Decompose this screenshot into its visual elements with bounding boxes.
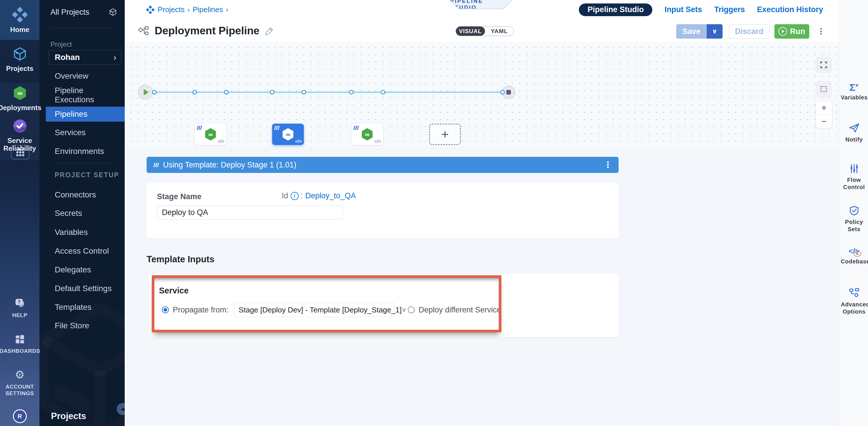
codebase-icon: </> <box>849 247 860 256</box>
top-bar: Projects › Pipelines › PIPELINE STUDIO P… <box>125 0 840 20</box>
sidebar-item-templates[interactable]: Templates <box>39 300 125 315</box>
stage-name-input[interactable] <box>157 205 343 220</box>
visual-yaml-toggle: VISUAL YAML <box>456 26 514 36</box>
toolbar-item-advanced-options[interactable]: Advanced Options <box>840 287 868 315</box>
toolbar-item-policy-sets[interactable]: Policy Sets <box>840 205 868 233</box>
breadcrumb-projects[interactable]: Projects <box>158 5 185 14</box>
rail-item-projects[interactable]: Projects <box>0 46 39 72</box>
run-label: Run <box>790 27 805 36</box>
toolbar-item-label: Notify <box>841 136 867 143</box>
add-stage-button[interactable]: + <box>429 124 461 145</box>
divider <box>49 28 116 28</box>
template-icon <box>154 163 159 167</box>
avatar[interactable]: R <box>13 409 27 423</box>
sidebar-item-file-store[interactable]: File Store <box>39 318 125 333</box>
collapse-arrow-icon: ◀ <box>121 406 125 412</box>
pipeline-start-node[interactable] <box>138 85 153 100</box>
toggle-yaml[interactable]: YAML <box>485 27 514 36</box>
sidebar-item-label: Secrets <box>55 209 82 218</box>
template-menu-kebab[interactable]: ⋮ <box>603 161 612 169</box>
sidebar-item-overview[interactable]: Overview <box>39 68 125 84</box>
discard-button[interactable]: Discard <box>729 24 770 39</box>
toolbar-item-label: Flow Control <box>841 176 867 191</box>
toggle-visual[interactable]: VISUAL <box>456 27 485 36</box>
stage-id-value[interactable]: Deploy_to_QA <box>305 191 356 200</box>
gear-icon: ⚙ <box>15 369 25 380</box>
template-icon <box>197 126 202 130</box>
propagate-from-select[interactable]: Stage [Deploy Dev] - Template [Deploy_St… <box>234 303 395 317</box>
rail-item-help[interactable]: ? HELP <box>0 297 39 318</box>
project-select[interactable]: Rohan › <box>49 50 121 64</box>
zoom-in-button[interactable]: + <box>816 102 832 115</box>
module-rail: Home Projects ∞ Deployments <box>0 0 39 426</box>
toolbar-item-variables[interactable]: Σ× Variables <box>840 81 868 101</box>
flow-control-icon <box>849 163 860 174</box>
sidebar-item-delegates[interactable]: Delegates <box>39 262 125 277</box>
sidebar-collapse-button[interactable]: ◀ <box>117 403 125 415</box>
sidebar-item-services[interactable]: Services <box>39 125 125 140</box>
using-template-banner: Using Template: Deploy Stage 1 (1.01) ⋮ <box>147 157 619 173</box>
stage-config-panel: Using Template: Deploy Stage 1 (1.01) ⋮ … <box>125 148 840 426</box>
connector-port <box>224 90 229 94</box>
toolbar-item-label: Variables <box>841 94 867 101</box>
toolbar-item-notify[interactable]: Notify <box>840 122 868 143</box>
top-tabs: Pipeline Studio Input Sets Triggers Exec… <box>579 0 823 19</box>
connector-port <box>192 90 197 94</box>
id-colon: : <box>301 191 303 200</box>
toolbar-item-label: Codebase <box>841 258 867 265</box>
policy-sets-icon <box>849 205 860 216</box>
toolbar-item-flow-control[interactable]: Flow Control <box>840 163 868 191</box>
zoom-out-button[interactable]: − <box>816 115 832 128</box>
sidebar-item-pipelines[interactable]: Pipelines <box>46 107 125 122</box>
rail-item-profile[interactable]: R <box>0 409 39 423</box>
sidebar-item-variables[interactable]: Variables <box>39 225 125 240</box>
breadcrumb-pipelines[interactable]: Pipelines <box>193 5 223 14</box>
tab-triggers[interactable]: Triggers <box>714 5 745 14</box>
codebase-warning-icon <box>854 251 861 257</box>
project-select-value: Rohan <box>55 53 80 62</box>
sidebar-item-connectors[interactable]: Connectors <box>39 187 125 202</box>
rail-item-deployments[interactable]: ∞ Deployments <box>0 85 39 112</box>
chevron-down-icon: ∨ <box>402 306 406 314</box>
canvas-select-button[interactable] <box>815 81 832 97</box>
rail-item-home[interactable]: Home <box>0 0 39 40</box>
stage-card-deploy-to-qa[interactable]: ∞ </> <box>272 124 304 145</box>
propagate-from-radio[interactable] <box>162 306 169 313</box>
connector-port <box>152 90 157 94</box>
rail-item-account-settings[interactable]: ⚙ ACCOUNT SETTINGS <box>0 369 39 397</box>
deploy-different-service-radio[interactable] <box>408 306 415 313</box>
run-button[interactable]: Run <box>774 24 809 39</box>
sidebar-item-label: Access Control <box>55 247 109 256</box>
using-template-text: Using Template: Deploy Stage 1 (1.01) <box>163 161 603 169</box>
canvas-fullscreen-button[interactable] <box>815 57 832 73</box>
pipeline-menu-kebab[interactable]: ⋮ <box>817 27 826 36</box>
all-projects-row[interactable]: All Projects <box>39 5 125 19</box>
stage-card-deploy-to-prod[interactable]: ∞ </> <box>351 124 383 145</box>
sidebar-item-secrets[interactable]: Secrets <box>39 206 125 221</box>
connector-port <box>500 90 505 94</box>
save-button[interactable]: Save <box>676 24 707 39</box>
chevron-right-icon: › <box>114 53 116 61</box>
tab-pipeline-studio[interactable]: Pipeline Studio <box>579 3 652 16</box>
play-circle-icon <box>778 27 787 36</box>
harness-logo-icon[interactable] <box>146 5 155 14</box>
sidebar-item-access-control[interactable]: Access Control <box>39 244 125 259</box>
tab-input-sets[interactable]: Input Sets <box>664 5 702 14</box>
pipeline-connector-line <box>146 92 509 93</box>
pipeline-canvas[interactable]: ∞ </> Deploy Dev ∞ </> Deploy to QA <box>125 42 840 148</box>
tab-execution-history[interactable]: Execution History <box>757 5 823 14</box>
deploy-different-service-label: Deploy different Service <box>419 306 501 314</box>
sidebar-item-pipeline-executions[interactable]: Pipeline Executions <box>39 88 125 103</box>
edit-pencil-icon[interactable] <box>265 26 275 36</box>
stage-card-deploy-dev[interactable]: ∞ </> <box>195 124 226 145</box>
sidebar-item-default-settings[interactable]: Default Settings <box>39 281 125 296</box>
service-title: Service <box>159 286 189 295</box>
deployment-stage-icon: ∞ <box>360 127 374 141</box>
toolbar-item-codebase[interactable]: </> Codebase <box>840 247 868 265</box>
svg-text:∞: ∞ <box>286 131 290 138</box>
sidebar-item-environments[interactable]: Environments <box>39 144 125 159</box>
sidebar-item-label: Pipeline Executions <box>55 86 125 104</box>
module-selector-button[interactable] <box>11 145 29 160</box>
rail-item-dashboards[interactable]: DASHBOARDS <box>0 334 39 354</box>
save-dropdown-button[interactable]: ∨ <box>707 24 722 39</box>
